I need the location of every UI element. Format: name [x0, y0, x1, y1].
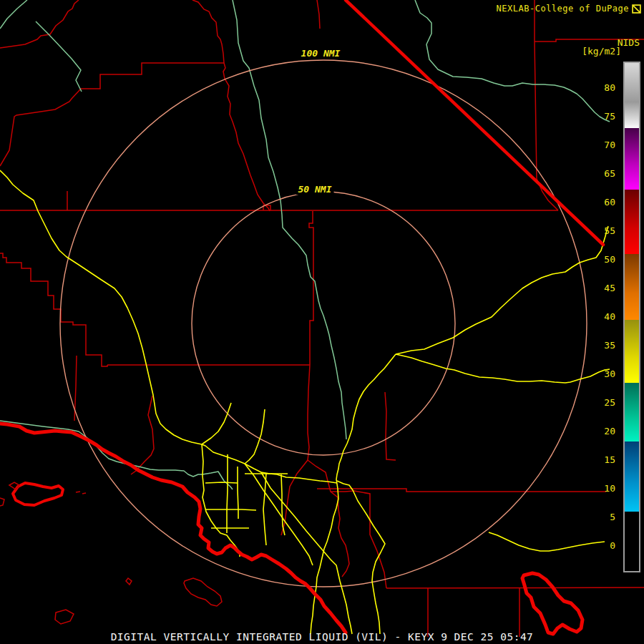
colorbar-tick-label: 65 — [580, 168, 615, 180]
product-caption: DIGITAL VERTICALLY INTEGRATED LIQUID (VI… — [0, 631, 644, 643]
range-ring-100nmi — [60, 60, 587, 587]
range-label-100nmi: 100 NMI — [299, 48, 343, 59]
colorbar-tick-label: 50 — [580, 254, 615, 265]
colorbar-tick-label: 70 — [580, 140, 615, 151]
cod-logo-icon — [632, 4, 641, 14]
range-ring-50nmi — [192, 192, 455, 455]
colorbar-segment — [625, 190, 639, 254]
units-label: [kg/m2] — [582, 46, 621, 57]
state-line — [346, 0, 603, 245]
colorbar-tick-label: 20 — [580, 426, 615, 437]
colorbar-segment — [625, 320, 639, 383]
colorbar-tick-label: 80 — [580, 82, 615, 94]
colorbar-segment — [625, 254, 639, 320]
coastline — [0, 424, 346, 633]
colorbar-tick-label: 25 — [580, 397, 615, 409]
colorbar-tick-label: 5 — [580, 512, 615, 523]
colorbar-tick-label: 0 — [580, 540, 615, 552]
islands — [0, 482, 222, 624]
range-label-50nmi: 50 NMI — [296, 184, 334, 195]
colorbar-tick-label: 75 — [580, 111, 615, 122]
range-rings — [60, 60, 587, 587]
colorbar-segment — [625, 128, 639, 190]
colorbar-segment — [625, 512, 639, 571]
salton-sea — [522, 573, 582, 634]
colorbar-segment — [625, 383, 639, 441]
highways — [0, 170, 610, 634]
vil-colorbar — [623, 62, 640, 572]
colorbar-tick-label: 45 — [580, 283, 615, 294]
colorbar-segment — [625, 63, 639, 128]
radar-display: NEXLAB-College of DuPage NIDS [kg/m2] 10… — [0, 0, 644, 644]
rivers — [0, 0, 610, 489]
radar-map — [0, 0, 644, 644]
app-title: NEXLAB-College of DuPage — [497, 4, 641, 14]
colorbar-tick-label: 60 — [580, 197, 615, 208]
title-text: NEXLAB-College of DuPage — [497, 4, 629, 14]
colorbar-tick-label: 10 — [580, 483, 615, 494]
colorbar-tick-label: 15 — [580, 454, 615, 466]
county-boundaries — [0, 0, 644, 637]
colorbar-tick-label: 30 — [580, 369, 615, 380]
colorbar-segment — [625, 441, 639, 512]
colorbar-tick-label: 35 — [580, 340, 615, 351]
colorbar-tick-label: 55 — [580, 225, 615, 237]
colorbar-tick-label: 40 — [580, 311, 615, 323]
